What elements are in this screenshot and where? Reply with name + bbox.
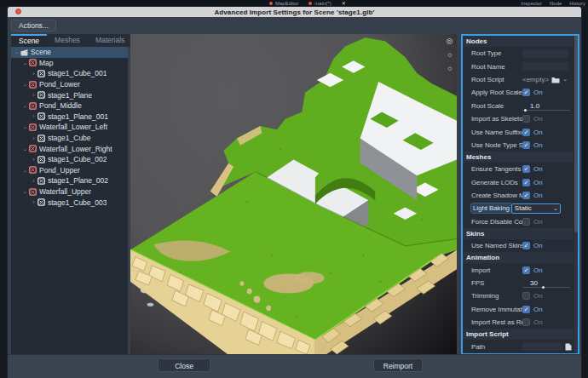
tree-row-pond_lower[interactable]: ⌄Pond_Lower <box>11 79 128 90</box>
expand-arrow-icon[interactable]: ⌄ <box>21 102 29 109</box>
resource-empty-value[interactable]: <empty> <box>522 76 549 83</box>
text-field[interactable] <box>522 49 568 58</box>
chevron-down-icon[interactable]: ⌄ <box>562 76 568 83</box>
expand-arrow-icon[interactable]: ⌄ <box>21 188 29 195</box>
section-header-animation[interactable]: Animation <box>463 252 574 263</box>
spin-slider[interactable] <box>522 287 570 288</box>
file-icon[interactable] <box>565 339 572 353</box>
editor-dock-tab-node[interactable]: Node <box>550 1 562 6</box>
property-value <box>522 47 574 60</box>
section-header-skins[interactable]: Skins <box>463 228 574 239</box>
checkbox[interactable]: ✓ <box>522 89 530 96</box>
expand-arrow-icon[interactable]: ⌄ <box>21 81 29 88</box>
tree-row-pond_middle[interactable]: ⌄Pond_Middle <box>11 100 128 112</box>
property-row-create-shadow-m: Create Shadow M✓On <box>463 189 574 202</box>
checkbox[interactable] <box>522 292 530 300</box>
expand-arrow-icon[interactable]: › <box>30 92 37 98</box>
preview-camera-icon[interactable]: ◎ <box>445 37 454 46</box>
editor-scene-tab[interactable]: main(*) <box>308 1 331 6</box>
tree-row-stage1_cube_001[interactable]: ›stage1_Cube_001 <box>11 68 128 79</box>
checkbox[interactable] <box>522 115 530 123</box>
tree-row-stage1_plane_002[interactable]: ›stage1_Plane_002 <box>11 175 128 186</box>
checkbox[interactable]: ✓ <box>522 179 530 186</box>
dialog-titlebar[interactable]: Advanced Import Settings for Scene 'stag… <box>8 7 581 17</box>
close-button[interactable]: Close <box>158 358 210 372</box>
node3d-icon <box>29 59 37 66</box>
editor-scene-tab[interactable]: MapEditor <box>269 1 298 6</box>
tree-row-stage1_plane[interactable]: ›stage1_Plane <box>11 89 128 100</box>
property-value <box>522 340 574 352</box>
checkbox[interactable] <box>522 318 530 326</box>
screen: MapEditormain(*)✕ InspectorNodeHistory A… <box>0 0 588 378</box>
expand-arrow-icon[interactable]: ⌄ <box>13 49 20 55</box>
checkbox[interactable]: ✓ <box>522 165 530 173</box>
reimport-button[interactable]: Reimport <box>373 358 423 372</box>
expand-arrow-icon[interactable]: › <box>30 199 37 205</box>
window-close-button[interactable] <box>15 9 21 14</box>
tab-meshes[interactable]: Meshes <box>47 34 88 47</box>
tab-materials[interactable]: Materials <box>88 34 132 47</box>
spin-slider[interactable] <box>522 110 570 111</box>
property-row-remove-immutab: Remove Immutab✓On <box>463 303 574 316</box>
path-input[interactable] <box>522 342 562 351</box>
folder-icon[interactable] <box>551 72 560 87</box>
expand-arrow-icon[interactable]: ⌄ <box>21 123 29 130</box>
expand-arrow-icon[interactable]: › <box>30 71 37 77</box>
property-label: Root Type <box>471 49 522 57</box>
tree-row-stage1_cube[interactable]: ›stage1_Cube <box>11 133 128 144</box>
tree-row-waterfall_lower_right[interactable]: ⌄Waterfall_Lower_Right <box>11 143 128 154</box>
checkbox[interactable]: ✓ <box>522 266 530 274</box>
text-field[interactable] <box>522 62 568 71</box>
spin-slider-grabber[interactable] <box>542 286 545 289</box>
property-row-use-named-skins: Use Named Skins✓On <box>463 239 574 252</box>
section-header-nodes[interactable]: Nodes <box>463 36 574 47</box>
checkbox[interactable]: ✓ <box>522 306 530 313</box>
tree-node-label: Waterfall_Lower_Right <box>39 145 112 153</box>
expand-arrow-icon[interactable]: ⌄ <box>21 146 29 152</box>
node3d-icon <box>29 102 37 110</box>
property-value: ✓On <box>522 125 574 138</box>
property-row-generate-lods: Generate LODs✓On <box>463 176 574 189</box>
inspector-scrollbar[interactable] <box>574 36 578 353</box>
expand-arrow-icon[interactable]: ⌄ <box>21 60 29 66</box>
light-1-icon[interactable]: ☼ <box>445 50 454 60</box>
checkbox[interactable]: ✓ <box>522 129 530 136</box>
expand-arrow-icon[interactable]: › <box>30 135 37 141</box>
preview-viewport[interactable]: ◎☼☼ <box>130 34 457 355</box>
tree-row-scene[interactable]: ⌄Scene <box>11 47 128 58</box>
checkbox-on-label: On <box>533 89 543 96</box>
editor-dock-tab-inspector[interactable]: Inspector <box>521 1 542 6</box>
tree-row-stage1_cube_003[interactable]: ›stage1_Cube_003 <box>11 197 128 208</box>
tree-row-pond_upper[interactable]: ⌄Pond_Upper <box>11 165 128 176</box>
tab-scene[interactable]: Scene <box>11 34 47 47</box>
close-scene-tab-icon[interactable]: ✕ <box>342 0 346 6</box>
mesh-icon <box>37 156 45 163</box>
property-label: Root Name <box>471 63 522 71</box>
section-header-meshes[interactable]: Meshes <box>463 152 574 163</box>
tree-row-stage1_cube_002[interactable]: ›stage1_Cube_002 <box>11 154 128 165</box>
checkbox-on-label: On <box>533 318 543 326</box>
tree-row-stage1_plane_001[interactable]: ›stage1_Plane_001 <box>11 112 128 123</box>
dropdown[interactable]: Static⌄ <box>511 203 561 214</box>
light-2-icon[interactable]: ☼ <box>445 64 454 73</box>
checkbox[interactable] <box>522 218 530 226</box>
spin-slider-grabber[interactable] <box>524 109 527 112</box>
expand-arrow-icon[interactable]: ⌄ <box>21 167 29 174</box>
property-label: Apply Root Scale <box>471 89 522 96</box>
inspector-list: NodesRoot TypeRoot NameRoot Script<empty… <box>463 36 574 353</box>
expand-arrow-icon[interactable]: › <box>30 113 37 119</box>
editor-dock-tab-history[interactable]: History <box>569 1 585 6</box>
expand-arrow-icon[interactable]: › <box>30 157 37 163</box>
expand-arrow-icon[interactable]: › <box>30 178 37 184</box>
mesh-icon <box>37 177 45 185</box>
tree-row-waterfall_lower_left[interactable]: ⌄Waterfall_Lower_Left <box>11 122 128 133</box>
spin-value[interactable]: 30 <box>522 279 538 287</box>
checkbox[interactable]: ✓ <box>522 242 530 249</box>
checkbox[interactable]: ✓ <box>522 192 530 199</box>
actions-button[interactable]: Actions... <box>11 20 56 32</box>
tree-row-map[interactable]: ⌄Map <box>11 58 128 69</box>
scrollbar-thumb[interactable] <box>574 36 578 232</box>
tree-row-waterfall_upper[interactable]: ⌄Waterfall_Upper <box>11 186 128 198</box>
checkbox[interactable]: ✓ <box>522 141 530 149</box>
property-label: Import <box>471 266 522 274</box>
